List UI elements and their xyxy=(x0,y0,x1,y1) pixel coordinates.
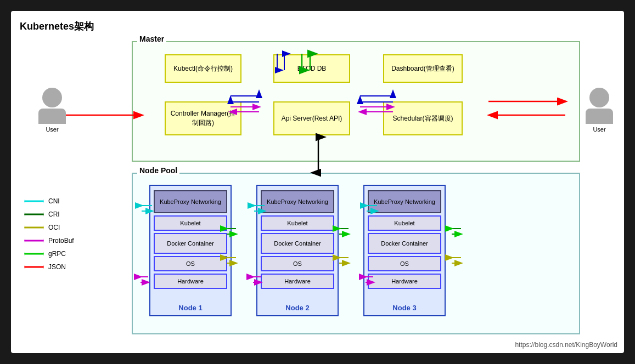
legend-protobuf: ProtoBuf xyxy=(24,237,74,244)
node3-os: OS xyxy=(368,256,441,271)
svg-marker-8 xyxy=(24,225,25,230)
node3-label: Node 3 xyxy=(364,304,445,312)
grpc-arrow-icon xyxy=(24,251,44,257)
node2-os: OS xyxy=(261,256,334,271)
user-left: User xyxy=(38,88,66,133)
master-box: Master Kubectl(命令行控制) ETCD DB Dashboard(… xyxy=(132,41,580,162)
legend-oci: OCI xyxy=(24,224,74,231)
legend-cri: CRI xyxy=(24,211,74,218)
node1-kubeproxy: KubeProxy Networking xyxy=(154,190,227,213)
user-left-label: User xyxy=(38,126,66,133)
node2-kubeproxy: KubeProxy Networking xyxy=(261,190,334,213)
cni-label: CNI xyxy=(48,197,60,205)
oci-arrow-icon xyxy=(24,224,44,231)
main-container: Kubernetes架构 Master Kubectl(命令行控制) ETCD … xyxy=(11,11,624,353)
watermark: https://blog.csdn.net/KingBoyWorld xyxy=(515,341,617,349)
cni-arrow-icon xyxy=(24,198,44,204)
node1-os: OS xyxy=(154,256,227,271)
legend: CNI CRI OCI xyxy=(24,197,74,276)
svg-marker-10 xyxy=(43,238,44,243)
node2-label: Node 2 xyxy=(257,304,338,312)
node3-box: KubeProxy Networking Kubelet Docker Cont… xyxy=(363,185,446,316)
node3-hardware: Hardware xyxy=(368,274,441,289)
controller-box: Controller Manager(控制回路) xyxy=(165,101,241,135)
svg-marker-1 xyxy=(43,199,44,203)
kubectl-box: Kubectl(命令行控制) xyxy=(165,54,241,83)
protobuf-arrow-icon xyxy=(24,237,44,244)
node2-hardware: Hardware xyxy=(261,274,334,289)
svg-marker-17 xyxy=(24,265,25,269)
svg-marker-7 xyxy=(43,225,44,230)
node1-box: KubeProxy Networking Kubelet Docker Cont… xyxy=(149,185,232,316)
protobuf-label: ProtoBuf xyxy=(48,237,74,244)
svg-marker-13 xyxy=(43,252,44,256)
node1-label: Node 1 xyxy=(150,304,231,312)
svg-marker-4 xyxy=(43,212,44,217)
oci-label: OCI xyxy=(48,224,60,231)
kubectl-label: Kubectl(命令行控制) xyxy=(173,64,233,73)
svg-marker-2 xyxy=(24,199,25,203)
user-right-label: User xyxy=(586,126,613,133)
etcd-label: ETCD DB xyxy=(297,65,327,72)
cri-label: CRI xyxy=(48,211,60,218)
svg-marker-14 xyxy=(24,252,25,256)
nodepool-box: Node Pool KubeProxy Networking Kubelet D… xyxy=(132,173,580,334)
node2-kubelet: Kubelet xyxy=(261,215,334,231)
node2-docker: Docker Container xyxy=(261,233,334,254)
json-label: JSON xyxy=(48,263,66,271)
apiserver-label: Api Server(Rest API) xyxy=(282,115,342,122)
node2-box: KubeProxy Networking Kubelet Docker Cont… xyxy=(256,185,339,316)
json-arrow-icon xyxy=(24,264,44,270)
node1-kubelet: Kubelet xyxy=(154,215,227,231)
cri-arrow-icon xyxy=(24,211,44,218)
page-title: Kubernetes架构 xyxy=(20,20,615,33)
node1-hardware: Hardware xyxy=(154,274,227,289)
legend-grpc: gRPC xyxy=(24,250,74,258)
dashboard-label: Dashboard(管理查看) xyxy=(391,64,454,73)
dashboard-box: Dashboard(管理查看) xyxy=(383,54,463,83)
master-label: Master xyxy=(137,35,166,43)
legend-cni: CNI xyxy=(24,197,74,205)
legend-json: JSON xyxy=(24,263,74,271)
svg-marker-11 xyxy=(24,238,25,243)
etcd-box: ETCD DB xyxy=(273,54,350,83)
apiserver-box: Api Server(Rest API) xyxy=(273,101,350,135)
grpc-label: gRPC xyxy=(48,250,66,258)
schedular-box: Schedular(容器调度) xyxy=(383,101,463,135)
svg-marker-16 xyxy=(43,265,44,269)
user-right: User xyxy=(586,88,613,133)
schedular-label: Schedular(容器调度) xyxy=(392,114,453,123)
svg-marker-5 xyxy=(24,212,25,217)
nodepool-label: Node Pool xyxy=(137,166,179,175)
controller-label: Controller Manager(控制回路) xyxy=(168,109,238,128)
node3-kubeproxy: KubeProxy Networking xyxy=(368,190,441,213)
node1-docker: Docker Container xyxy=(154,233,227,254)
node3-docker: Docker Container xyxy=(368,233,441,254)
node3-kubelet: Kubelet xyxy=(368,215,441,231)
